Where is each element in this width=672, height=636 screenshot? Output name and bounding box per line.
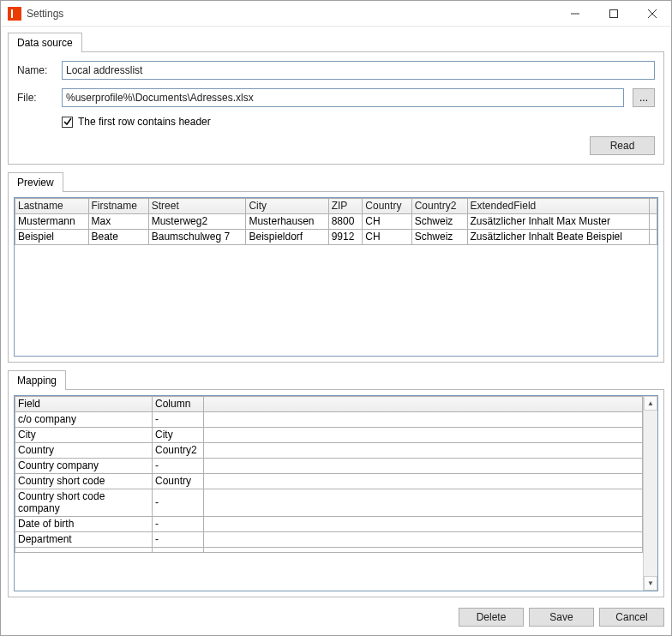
preview-table[interactable]: LastnameFirstnameStreetCityZIPCountryCou… — [15, 198, 657, 245]
mapping-field-cell[interactable]: Date of birth — [15, 517, 153, 532]
file-label: File: — [17, 92, 55, 104]
cancel-button[interactable]: Cancel — [599, 608, 664, 627]
preview-column-header[interactable]: ZIP — [328, 199, 363, 214]
mapping-field-cell[interactable]: Department — [15, 532, 153, 548]
mapping-field-cell[interactable]: Country company — [15, 459, 153, 474]
table-cell[interactable]: Beispiel — [15, 230, 89, 245]
mapping-field-cell[interactable]: Country short code — [15, 474, 153, 489]
mapping-field-cell[interactable]: City — [15, 428, 153, 443]
header-checkbox-label: The first row contains header — [78, 116, 211, 128]
mapping-scrollbar[interactable]: ▲ ▼ — [643, 396, 657, 591]
table-cell[interactable]: Schweiz — [411, 230, 467, 245]
read-button[interactable]: Read — [590, 136, 655, 155]
mapping-blank-cell — [204, 532, 643, 548]
mapping-blank-cell — [204, 443, 643, 459]
header-checkbox[interactable] — [62, 117, 73, 128]
table-cell[interactable]: 8800 — [328, 214, 363, 230]
table-cell[interactable]: CH — [363, 214, 411, 230]
mapping-column-cell[interactable]: - — [153, 412, 204, 428]
table-cell[interactable]: Beispieldorf — [246, 230, 328, 245]
table-row[interactable]: CountryCountry2 — [15, 443, 643, 459]
close-button[interactable] — [633, 1, 671, 27]
table-row[interactable]: Date of birth- — [15, 517, 643, 532]
mapping-column-cell[interactable]: Country — [153, 474, 204, 489]
table-row[interactable]: Country short code company- — [15, 489, 643, 517]
titlebar: Settings — [1, 1, 671, 27]
mapping-col-field[interactable]: Field — [15, 397, 153, 412]
name-label: Name: — [17, 64, 55, 76]
mapping-field-cell[interactable]: Country — [15, 443, 153, 459]
mapping-blank-cell — [204, 489, 643, 517]
table-row[interactable]: Department- — [15, 532, 643, 548]
table-row[interactable]: Country short codeCountry — [15, 474, 643, 489]
maximize-button[interactable] — [594, 1, 633, 27]
table-cell[interactable]: 9912 — [328, 230, 363, 245]
table-row[interactable]: CityCity — [15, 428, 643, 443]
table-cell[interactable]: Beate — [88, 230, 148, 245]
preview-column-header[interactable]: Country — [363, 199, 411, 214]
preview-column-header[interactable]: Lastname — [15, 199, 89, 214]
save-button[interactable]: Save — [529, 608, 594, 627]
table-cell[interactable]: Max — [88, 214, 148, 230]
svg-rect-1 — [609, 9, 617, 17]
mapping-field-cell[interactable]: Country short code company — [15, 489, 153, 517]
table-cell[interactable]: Musterhausen — [246, 214, 328, 230]
scroll-down-icon[interactable]: ▼ — [644, 576, 657, 591]
table-row[interactable]: c/o company- — [15, 412, 643, 428]
datasource-group: Data source Name: Local addresslist File… — [8, 32, 664, 165]
browse-button[interactable]: ... — [633, 88, 655, 107]
minimize-button[interactable] — [555, 1, 594, 27]
preview-column-header[interactable]: City — [246, 199, 328, 214]
window-title: Settings — [27, 8, 63, 20]
mapping-col-column[interactable]: Column — [153, 397, 204, 412]
preview-column-header[interactable]: Country2 — [411, 199, 467, 214]
preview-column-blank — [649, 199, 657, 214]
app-icon — [8, 7, 21, 21]
mapping-column-cell[interactable]: - — [153, 459, 204, 474]
scroll-up-icon[interactable]: ▲ — [644, 396, 657, 411]
table-cell[interactable]: Zusätzlicher Inhalt Max Muster — [467, 214, 649, 230]
mapping-column-cell[interactable]: - — [153, 532, 204, 548]
mapping-blank-cell — [204, 428, 643, 443]
mapping-blank-cell — [204, 517, 643, 532]
table-row[interactable]: BeispielBeateBaumschulweg 7Beispieldorf9… — [15, 230, 657, 245]
table-cell[interactable]: Musterweg2 — [148, 214, 246, 230]
mapping-blank-cell — [204, 412, 643, 428]
preview-column-header[interactable]: ExtendedField — [467, 199, 649, 214]
mapping-group: Mapping Field Column c/o company-CityCit… — [8, 369, 664, 597]
mapping-column-cell[interactable]: - — [153, 489, 204, 517]
name-input[interactable]: Local addresslist — [62, 61, 655, 80]
tab-preview[interactable]: Preview — [8, 172, 63, 192]
table-row — [15, 548, 643, 553]
mapping-blank-cell — [204, 459, 643, 474]
table-cell[interactable]: Zusätzlicher Inhalt Beate Beispiel — [467, 230, 649, 245]
delete-button[interactable]: Delete — [459, 608, 524, 627]
tab-mapping[interactable]: Mapping — [8, 370, 66, 390]
mapping-col-blank — [204, 397, 643, 412]
mapping-field-cell[interactable]: c/o company — [15, 412, 153, 428]
table-cell[interactable]: Baumschulweg 7 — [148, 230, 246, 245]
preview-column-header[interactable]: Firstname — [88, 199, 148, 214]
mapping-table[interactable]: Field Column c/o company-CityCityCountry… — [15, 396, 643, 553]
table-cell[interactable]: Schweiz — [411, 214, 467, 230]
table-row[interactable]: MustermannMaxMusterweg2Musterhausen8800C… — [15, 214, 657, 230]
tab-datasource[interactable]: Data source — [8, 33, 82, 52]
mapping-blank-cell — [204, 474, 643, 489]
file-input[interactable]: %userprofile%\Documents\Adresses.xlsx — [62, 88, 624, 107]
mapping-column-cell[interactable]: - — [153, 517, 204, 532]
table-cell[interactable]: Mustermann — [15, 214, 89, 230]
preview-column-header[interactable]: Street — [148, 199, 246, 214]
table-row[interactable]: Country company- — [15, 459, 643, 474]
footer-buttons: Delete Save Cancel — [1, 604, 671, 635]
mapping-column-cell[interactable]: City — [153, 428, 204, 443]
preview-group: Preview LastnameFirstnameStreetCityZIPCo… — [8, 171, 664, 363]
table-cell[interactable]: CH — [363, 230, 411, 245]
mapping-column-cell[interactable]: Country2 — [153, 443, 204, 459]
